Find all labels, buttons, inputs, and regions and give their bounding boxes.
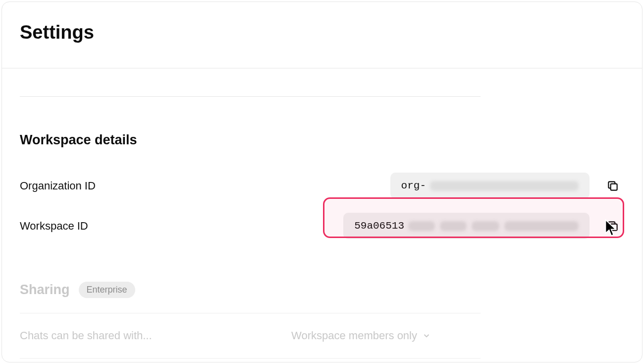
- sharing-selected-option: Workspace members only: [291, 329, 417, 342]
- workspace-id-value-group: 59a06513: [343, 213, 621, 239]
- svg-rect-0: [611, 183, 617, 190]
- organization-id-value-group: org-: [390, 173, 621, 199]
- svg-rect-1: [611, 224, 617, 230]
- organization-id-prefix: org-: [401, 180, 426, 191]
- copy-organization-id-button[interactable]: [604, 178, 621, 194]
- organization-id-value: org-: [390, 173, 590, 199]
- redacted-text: [408, 221, 579, 231]
- redacted-text: [430, 181, 579, 191]
- sharing-header: Sharing Enterprise: [20, 282, 481, 313]
- chevron-down-icon: [422, 331, 431, 340]
- copy-icon: [606, 180, 619, 192]
- page-title: Settings: [20, 22, 624, 43]
- enterprise-badge: Enterprise: [79, 282, 135, 298]
- workspace-id-value: 59a06513: [343, 213, 590, 239]
- organization-id-row: Organization ID org-: [20, 166, 621, 206]
- content-area: Workspace details Organization ID org- W…: [2, 96, 642, 359]
- sharing-section: Sharing Enterprise Chats can be shared w…: [20, 282, 481, 359]
- sharing-title: Sharing: [20, 282, 70, 298]
- workspace-id-row: Workspace ID 59a06513: [20, 206, 621, 246]
- workspace-id-prefix: 59a06513: [354, 220, 404, 232]
- workspace-id-label: Workspace ID: [20, 220, 88, 233]
- sharing-select[interactable]: Workspace members only: [291, 329, 431, 342]
- sharing-row-label: Chats can be shared with...: [20, 329, 152, 342]
- settings-page: Settings Workspace details Organization …: [1, 1, 643, 363]
- copy-workspace-id-button[interactable]: [604, 218, 621, 235]
- sharing-row: Chats can be shared with... Workspace me…: [20, 313, 481, 359]
- organization-id-label: Organization ID: [20, 180, 96, 192]
- copy-icon: [606, 220, 619, 233]
- page-header: Settings: [2, 2, 642, 68]
- divider: [20, 96, 481, 97]
- workspace-details-heading: Workspace details: [20, 132, 624, 148]
